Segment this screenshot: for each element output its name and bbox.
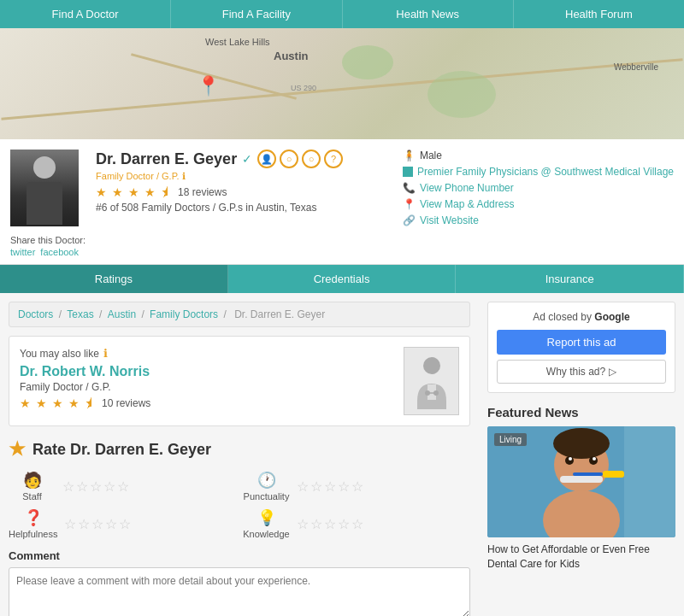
breadcrumb-sep-2: / — [99, 308, 105, 320]
circle-icon-3[interactable]: ○ — [302, 150, 321, 168]
also-like-specialty: Family Doctor / G.P. — [20, 381, 395, 393]
breadcrumb-doctors[interactable]: Doctors — [18, 308, 53, 320]
star-5-half: ⯨ — [161, 185, 173, 199]
doctor-photo — [10, 150, 79, 226]
punc-star-3[interactable]: ☆ — [324, 478, 336, 495]
top-navigation: Find A Doctor Find A Facility Health New… — [0, 0, 684, 28]
breadcrumb-sep-4: / — [223, 308, 229, 320]
reviews-count: 18 reviews — [178, 186, 227, 198]
facebook-link[interactable]: facebook — [40, 247, 79, 257]
facility-name: Premier Family Physicians @ Southwest Me… — [417, 166, 674, 178]
staff-label: Staff — [22, 491, 41, 502]
news-caption[interactable]: How to Get Affordable or Even Free Denta… — [487, 543, 675, 572]
breadcrumb-texas[interactable]: Texas — [67, 308, 93, 320]
help-star-2[interactable]: ☆ — [78, 516, 90, 532]
staff-rating: 🧑 Staff ☆ ☆ ☆ ☆ ☆ — [9, 471, 236, 502]
staff-icon: 🧑 — [23, 471, 42, 490]
star-3: ★ — [128, 185, 139, 199]
doctor-gender: Male — [420, 150, 442, 161]
svg-point-16 — [593, 457, 596, 461]
help-star-1[interactable]: ☆ — [64, 516, 76, 532]
help-star-5[interactable]: ☆ — [119, 516, 131, 532]
knowledge-icon: 💡 — [257, 508, 276, 527]
website-icon: 🔗 — [403, 214, 416, 226]
also-like-header-text: You may also like — [20, 348, 99, 360]
breadcrumb-family-doctors[interactable]: Family Doctors — [150, 308, 218, 320]
map-icon: 📍 — [403, 198, 416, 210]
helpfulness-icon: ❓ — [24, 508, 43, 527]
right-sidebar: Ad closed by Google Report this ad Why t… — [479, 293, 684, 616]
tab-credentials[interactable]: Credentials — [228, 265, 457, 293]
circle-icon-4[interactable]: ? — [324, 150, 343, 168]
knowledge-stars[interactable]: ☆ ☆ ☆ ☆ ☆ — [297, 516, 363, 532]
helpfulness-stars[interactable]: ☆ ☆ ☆ ☆ ☆ — [64, 516, 131, 532]
star-1: ★ — [96, 185, 107, 199]
twitter-link[interactable]: twitter — [10, 247, 35, 257]
circle-icon-2[interactable]: ○ — [280, 150, 298, 168]
nav-find-doctor[interactable]: Find A Doctor — [0, 0, 171, 28]
svg-rect-6 — [624, 426, 675, 537]
staff-star-3[interactable]: ☆ — [90, 478, 102, 495]
svg-point-9 — [553, 428, 610, 459]
tab-insurance[interactable]: Insurance — [456, 265, 684, 293]
star-4: ★ — [144, 185, 156, 199]
also-like-info: You may also like ℹ Dr. Robert W. Norris… — [20, 347, 395, 415]
doctor-icons: 👤 ○ ○ ? — [257, 150, 343, 168]
breadcrumb-sep-1: / — [59, 308, 65, 320]
gender-icon: 🧍 — [403, 150, 416, 161]
know-star-2[interactable]: ☆ — [310, 516, 322, 532]
view-phone-link[interactable]: View Phone Number — [420, 182, 514, 194]
punc-star-4[interactable]: ☆ — [338, 478, 350, 495]
news-category-label: Living — [494, 433, 527, 446]
svg-rect-11 — [573, 472, 603, 476]
know-star-1[interactable]: ☆ — [297, 516, 309, 532]
al-star-4: ★ — [68, 396, 80, 410]
also-like-stars: ★ ★ ★ ★ ⯨ 10 reviews — [20, 396, 395, 410]
map-pin: 📍 — [197, 75, 220, 97]
tab-ratings[interactable]: Ratings — [0, 265, 228, 293]
staff-stars[interactable]: ☆ ☆ ☆ ☆ ☆ — [62, 478, 129, 495]
news-image[interactable]: Living — [487, 426, 675, 537]
staff-star-5[interactable]: ☆ — [117, 478, 129, 495]
al-star-2: ★ — [36, 396, 47, 410]
rating-grid: 🧑 Staff ☆ ☆ ☆ ☆ ☆ 🕐 Punctuality ☆ — [9, 471, 470, 539]
knowledge-rating: 💡 Knowledge ☆ ☆ ☆ ☆ ☆ — [243, 508, 470, 539]
also-like-photo — [404, 347, 459, 415]
rate-header-text: Rate Dr. Darren E. Geyer — [32, 441, 211, 459]
nav-find-facility[interactable]: Find A Facility — [171, 0, 342, 28]
breadcrumb-austin[interactable]: Austin — [108, 308, 136, 320]
why-ad-label: Why this ad? — [546, 366, 605, 378]
help-star-4[interactable]: ☆ — [105, 516, 117, 532]
nav-health-news[interactable]: Health News — [343, 0, 514, 28]
map-label-webb: Webberville — [614, 62, 658, 72]
staff-star-2[interactable]: ☆ — [76, 478, 88, 495]
rate-star-icon: ★ — [9, 438, 26, 461]
punctuality-stars[interactable]: ☆ ☆ ☆ ☆ ☆ — [297, 478, 363, 495]
doctor-right-info: 🧍 Male Premier Family Physicians @ South… — [403, 150, 674, 257]
share-label: Share this Doctor: — [10, 235, 86, 245]
also-like-doctor-name[interactable]: Dr. Robert W. Norris — [20, 364, 395, 379]
know-star-5[interactable]: ☆ — [351, 516, 363, 532]
punctuality-label: Punctuality — [244, 491, 290, 502]
punc-star-1[interactable]: ☆ — [297, 478, 309, 495]
comment-textarea[interactable] — [9, 567, 470, 616]
visit-website-link[interactable]: Visit Website — [420, 214, 479, 226]
comment-label: Comment — [9, 549, 470, 562]
punc-star-2[interactable]: ☆ — [310, 478, 322, 495]
view-map-link[interactable]: View Map & Address — [420, 198, 515, 210]
staff-star-4[interactable]: ☆ — [103, 478, 115, 495]
punctuality-icon: 🕐 — [257, 471, 276, 490]
also-like-box: You may also like ℹ Dr. Robert W. Norris… — [9, 336, 470, 426]
know-star-4[interactable]: ☆ — [338, 516, 350, 532]
staff-star-1[interactable]: ☆ — [62, 478, 74, 495]
report-ad-button[interactable]: Report this ad — [497, 330, 666, 355]
punc-star-5[interactable]: ☆ — [351, 478, 363, 495]
know-star-3[interactable]: ☆ — [324, 516, 336, 532]
profile-icon[interactable]: 👤 — [257, 150, 276, 168]
why-ad-button[interactable]: Why this ad? ▷ — [497, 360, 666, 384]
why-ad-icon: ▷ — [609, 366, 616, 378]
nav-health-forum[interactable]: Health Forum — [514, 0, 684, 28]
help-star-3[interactable]: ☆ — [91, 516, 103, 532]
doctor-name: Dr. Darren E. Geyer — [96, 150, 237, 168]
main-content: Doctors / Texas / Austin / Family Doctor… — [0, 293, 479, 616]
